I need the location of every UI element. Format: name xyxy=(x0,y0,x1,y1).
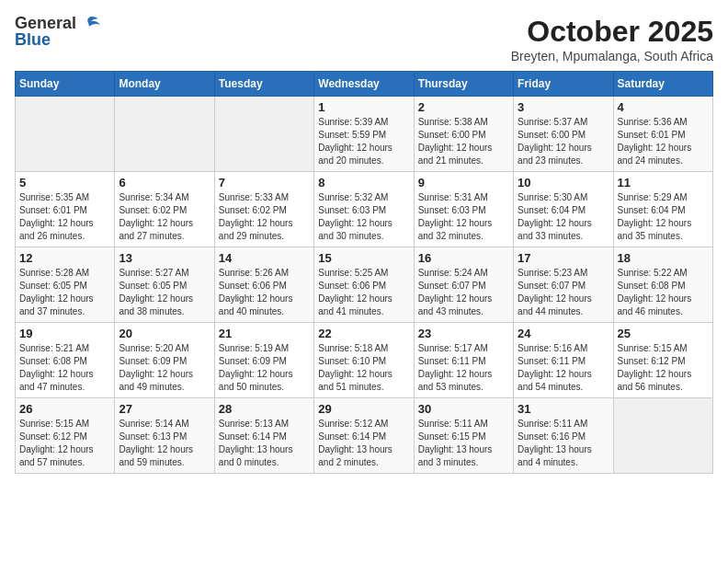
day-number: 16 xyxy=(418,251,509,265)
day-number: 23 xyxy=(418,327,509,340)
day-number: 15 xyxy=(318,251,409,265)
day-info: Sunrise: 5:13 AM Sunset: 6:14 PM Dayligh… xyxy=(219,418,310,469)
day-number: 8 xyxy=(318,176,409,190)
day-info: Sunrise: 5:35 AM Sunset: 6:01 PM Dayligh… xyxy=(19,191,110,243)
calendar-cell: 5Sunrise: 5:35 AM Sunset: 6:01 PM Daylig… xyxy=(16,172,115,247)
calendar-cell: 16Sunrise: 5:24 AM Sunset: 6:07 PM Dayli… xyxy=(414,247,513,323)
calendar-cell: 31Sunrise: 5:11 AM Sunset: 6:16 PM Dayli… xyxy=(514,398,613,474)
calendar-cell: 2Sunrise: 5:38 AM Sunset: 6:00 PM Daylig… xyxy=(414,97,513,172)
calendar-cell: 24Sunrise: 5:16 AM Sunset: 6:11 PM Dayli… xyxy=(514,323,613,398)
calendar-cell: 1Sunrise: 5:39 AM Sunset: 5:59 PM Daylig… xyxy=(314,97,414,172)
day-info: Sunrise: 5:33 AM Sunset: 6:02 PM Dayligh… xyxy=(219,191,310,243)
logo-bird-icon xyxy=(78,16,100,30)
calendar-cell: 23Sunrise: 5:17 AM Sunset: 6:11 PM Dayli… xyxy=(414,323,513,398)
weekday-header-wednesday: Wednesday xyxy=(314,72,414,97)
weekday-header-saturday: Saturday xyxy=(613,72,712,97)
calendar-cell xyxy=(214,97,313,172)
day-info: Sunrise: 5:39 AM Sunset: 5:59 PM Dayligh… xyxy=(318,116,409,167)
day-number: 19 xyxy=(19,327,110,340)
calendar-cell: 11Sunrise: 5:29 AM Sunset: 6:04 PM Dayli… xyxy=(613,172,712,247)
day-info: Sunrise: 5:36 AM Sunset: 6:01 PM Dayligh… xyxy=(618,116,709,167)
weekday-header-sunday: Sunday xyxy=(16,72,115,97)
day-info: Sunrise: 5:26 AM Sunset: 6:06 PM Dayligh… xyxy=(219,267,310,318)
calendar-week-1: 1Sunrise: 5:39 AM Sunset: 5:59 PM Daylig… xyxy=(16,97,713,172)
calendar-cell: 18Sunrise: 5:22 AM Sunset: 6:08 PM Dayli… xyxy=(613,247,712,323)
day-info: Sunrise: 5:16 AM Sunset: 6:11 PM Dayligh… xyxy=(518,342,609,394)
weekday-header-friday: Friday xyxy=(514,72,613,97)
day-info: Sunrise: 5:28 AM Sunset: 6:05 PM Dayligh… xyxy=(19,267,110,318)
day-number: 9 xyxy=(418,176,509,190)
day-info: Sunrise: 5:37 AM Sunset: 6:00 PM Dayligh… xyxy=(518,116,609,167)
day-info: Sunrise: 5:19 AM Sunset: 6:09 PM Dayligh… xyxy=(219,342,310,394)
day-number: 18 xyxy=(618,251,709,265)
logo-general-text: General xyxy=(15,15,76,31)
day-info: Sunrise: 5:18 AM Sunset: 6:10 PM Dayligh… xyxy=(318,342,409,394)
logo-blue-text: Blue xyxy=(15,31,51,48)
day-info: Sunrise: 5:38 AM Sunset: 6:00 PM Dayligh… xyxy=(418,116,509,167)
header: General Blue October 2025 Breyten, Mpuma… xyxy=(15,15,713,63)
day-number: 4 xyxy=(618,100,709,114)
day-number: 6 xyxy=(119,176,210,190)
day-info: Sunrise: 5:30 AM Sunset: 6:04 PM Dayligh… xyxy=(518,191,609,243)
weekday-header-monday: Monday xyxy=(115,72,214,97)
day-info: Sunrise: 5:11 AM Sunset: 6:16 PM Dayligh… xyxy=(518,418,609,469)
calendar-cell: 25Sunrise: 5:15 AM Sunset: 6:12 PM Dayli… xyxy=(613,323,712,398)
calendar-cell: 8Sunrise: 5:32 AM Sunset: 6:03 PM Daylig… xyxy=(314,172,414,247)
day-number: 28 xyxy=(219,402,310,416)
calendar-table: SundayMondayTuesdayWednesdayThursdayFrid… xyxy=(15,71,713,474)
calendar-cell: 26Sunrise: 5:15 AM Sunset: 6:12 PM Dayli… xyxy=(16,398,115,474)
weekday-header-row: SundayMondayTuesdayWednesdayThursdayFrid… xyxy=(16,72,713,97)
calendar-cell: 28Sunrise: 5:13 AM Sunset: 6:14 PM Dayli… xyxy=(214,398,313,474)
day-number: 26 xyxy=(19,402,110,416)
day-info: Sunrise: 5:24 AM Sunset: 6:07 PM Dayligh… xyxy=(418,267,509,318)
calendar-cell: 4Sunrise: 5:36 AM Sunset: 6:01 PM Daylig… xyxy=(613,97,712,172)
day-number: 10 xyxy=(518,176,609,190)
day-number: 25 xyxy=(618,327,709,340)
day-info: Sunrise: 5:11 AM Sunset: 6:15 PM Dayligh… xyxy=(418,418,509,469)
day-info: Sunrise: 5:23 AM Sunset: 6:07 PM Dayligh… xyxy=(518,267,609,318)
calendar-week-4: 19Sunrise: 5:21 AM Sunset: 6:08 PM Dayli… xyxy=(16,323,713,398)
day-info: Sunrise: 5:21 AM Sunset: 6:08 PM Dayligh… xyxy=(19,342,110,394)
title-area: October 2025 Breyten, Mpumalanga, South … xyxy=(511,15,713,63)
calendar-week-3: 12Sunrise: 5:28 AM Sunset: 6:05 PM Dayli… xyxy=(16,247,713,323)
day-info: Sunrise: 5:12 AM Sunset: 6:14 PM Dayligh… xyxy=(318,418,409,469)
calendar-cell xyxy=(16,97,115,172)
calendar-cell: 3Sunrise: 5:37 AM Sunset: 6:00 PM Daylig… xyxy=(514,97,613,172)
day-number: 17 xyxy=(518,251,609,265)
day-info: Sunrise: 5:31 AM Sunset: 6:03 PM Dayligh… xyxy=(418,191,509,243)
weekday-header-thursday: Thursday xyxy=(414,72,513,97)
calendar-cell: 6Sunrise: 5:34 AM Sunset: 6:02 PM Daylig… xyxy=(115,172,214,247)
day-number: 11 xyxy=(618,176,709,190)
calendar-cell: 19Sunrise: 5:21 AM Sunset: 6:08 PM Dayli… xyxy=(16,323,115,398)
calendar-cell: 14Sunrise: 5:26 AM Sunset: 6:06 PM Dayli… xyxy=(214,247,313,323)
calendar-cell: 10Sunrise: 5:30 AM Sunset: 6:04 PM Dayli… xyxy=(514,172,613,247)
calendar-cell: 30Sunrise: 5:11 AM Sunset: 6:15 PM Dayli… xyxy=(414,398,513,474)
day-number: 5 xyxy=(19,176,110,190)
day-info: Sunrise: 5:14 AM Sunset: 6:13 PM Dayligh… xyxy=(119,418,210,469)
day-info: Sunrise: 5:25 AM Sunset: 6:06 PM Dayligh… xyxy=(318,267,409,318)
day-number: 7 xyxy=(219,176,310,190)
day-number: 30 xyxy=(418,402,509,416)
calendar-cell: 27Sunrise: 5:14 AM Sunset: 6:13 PM Dayli… xyxy=(115,398,214,474)
day-info: Sunrise: 5:34 AM Sunset: 6:02 PM Dayligh… xyxy=(119,191,210,243)
day-number: 14 xyxy=(219,251,310,265)
day-info: Sunrise: 5:27 AM Sunset: 6:05 PM Dayligh… xyxy=(119,267,210,318)
month-title: October 2025 xyxy=(511,15,713,49)
day-number: 22 xyxy=(318,327,409,340)
day-number: 1 xyxy=(318,100,409,114)
calendar-cell xyxy=(115,97,214,172)
logo: General Blue xyxy=(15,15,100,48)
location: Breyten, Mpumalanga, South Africa xyxy=(511,49,713,63)
day-number: 12 xyxy=(19,251,110,265)
weekday-header-tuesday: Tuesday xyxy=(214,72,313,97)
day-info: Sunrise: 5:20 AM Sunset: 6:09 PM Dayligh… xyxy=(119,342,210,394)
day-number: 27 xyxy=(119,402,210,416)
calendar-cell: 9Sunrise: 5:31 AM Sunset: 6:03 PM Daylig… xyxy=(414,172,513,247)
calendar-cell xyxy=(613,398,712,474)
day-info: Sunrise: 5:29 AM Sunset: 6:04 PM Dayligh… xyxy=(618,191,709,243)
day-number: 29 xyxy=(318,402,409,416)
day-number: 3 xyxy=(518,100,609,114)
day-info: Sunrise: 5:15 AM Sunset: 6:12 PM Dayligh… xyxy=(618,342,709,394)
calendar-cell: 15Sunrise: 5:25 AM Sunset: 6:06 PM Dayli… xyxy=(314,247,414,323)
day-number: 2 xyxy=(418,100,509,114)
